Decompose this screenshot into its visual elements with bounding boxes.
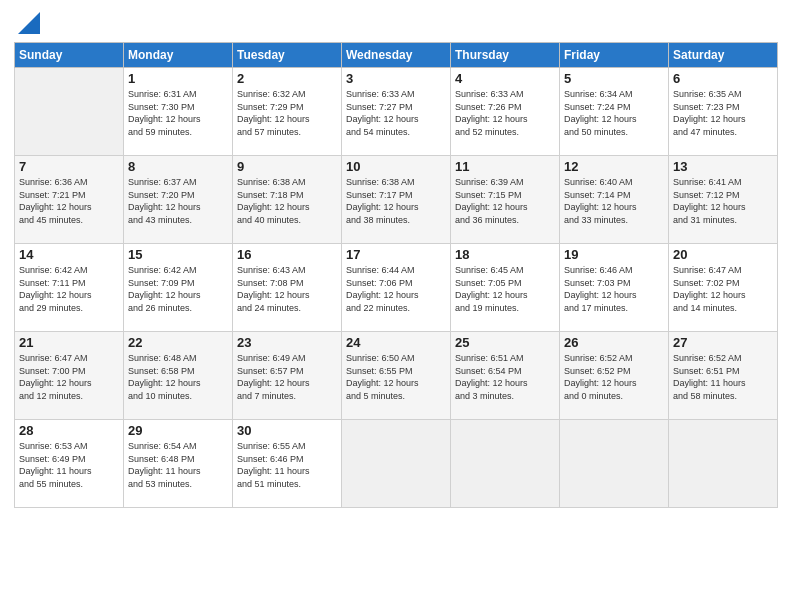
day-number: 29 — [128, 423, 228, 438]
calendar-cell: 4Sunrise: 6:33 AMSunset: 7:26 PMDaylight… — [451, 68, 560, 156]
day-info: Sunrise: 6:38 AMSunset: 7:18 PMDaylight:… — [237, 176, 337, 226]
calendar-cell: 26Sunrise: 6:52 AMSunset: 6:52 PMDayligh… — [560, 332, 669, 420]
calendar-cell: 17Sunrise: 6:44 AMSunset: 7:06 PMDayligh… — [342, 244, 451, 332]
day-info: Sunrise: 6:49 AMSunset: 6:57 PMDaylight:… — [237, 352, 337, 402]
day-number: 7 — [19, 159, 119, 174]
day-number: 3 — [346, 71, 446, 86]
day-info: Sunrise: 6:37 AMSunset: 7:20 PMDaylight:… — [128, 176, 228, 226]
header — [14, 10, 778, 34]
day-number: 24 — [346, 335, 446, 350]
calendar-cell: 3Sunrise: 6:33 AMSunset: 7:27 PMDaylight… — [342, 68, 451, 156]
day-number: 17 — [346, 247, 446, 262]
day-number: 12 — [564, 159, 664, 174]
calendar-cell: 27Sunrise: 6:52 AMSunset: 6:51 PMDayligh… — [669, 332, 778, 420]
page: SundayMondayTuesdayWednesdayThursdayFrid… — [0, 0, 792, 612]
day-info: Sunrise: 6:50 AMSunset: 6:55 PMDaylight:… — [346, 352, 446, 402]
day-number: 11 — [455, 159, 555, 174]
day-info: Sunrise: 6:47 AMSunset: 7:02 PMDaylight:… — [673, 264, 773, 314]
day-number: 21 — [19, 335, 119, 350]
day-info: Sunrise: 6:43 AMSunset: 7:08 PMDaylight:… — [237, 264, 337, 314]
calendar-cell: 30Sunrise: 6:55 AMSunset: 6:46 PMDayligh… — [233, 420, 342, 508]
calendar-cell: 2Sunrise: 6:32 AMSunset: 7:29 PMDaylight… — [233, 68, 342, 156]
day-number: 5 — [564, 71, 664, 86]
day-number: 2 — [237, 71, 337, 86]
day-info: Sunrise: 6:52 AMSunset: 6:52 PMDaylight:… — [564, 352, 664, 402]
week-row-1: 1Sunrise: 6:31 AMSunset: 7:30 PMDaylight… — [15, 68, 778, 156]
day-info: Sunrise: 6:33 AMSunset: 7:27 PMDaylight:… — [346, 88, 446, 138]
weekday-header-friday: Friday — [560, 43, 669, 68]
day-info: Sunrise: 6:42 AMSunset: 7:11 PMDaylight:… — [19, 264, 119, 314]
calendar-cell: 25Sunrise: 6:51 AMSunset: 6:54 PMDayligh… — [451, 332, 560, 420]
calendar-cell: 10Sunrise: 6:38 AMSunset: 7:17 PMDayligh… — [342, 156, 451, 244]
weekday-header-thursday: Thursday — [451, 43, 560, 68]
calendar-cell: 16Sunrise: 6:43 AMSunset: 7:08 PMDayligh… — [233, 244, 342, 332]
day-number: 6 — [673, 71, 773, 86]
calendar-cell: 7Sunrise: 6:36 AMSunset: 7:21 PMDaylight… — [15, 156, 124, 244]
day-info: Sunrise: 6:52 AMSunset: 6:51 PMDaylight:… — [673, 352, 773, 402]
calendar-cell: 23Sunrise: 6:49 AMSunset: 6:57 PMDayligh… — [233, 332, 342, 420]
day-number: 8 — [128, 159, 228, 174]
calendar-cell — [669, 420, 778, 508]
week-row-2: 7Sunrise: 6:36 AMSunset: 7:21 PMDaylight… — [15, 156, 778, 244]
day-info: Sunrise: 6:40 AMSunset: 7:14 PMDaylight:… — [564, 176, 664, 226]
weekday-header-row: SundayMondayTuesdayWednesdayThursdayFrid… — [15, 43, 778, 68]
day-info: Sunrise: 6:35 AMSunset: 7:23 PMDaylight:… — [673, 88, 773, 138]
day-info: Sunrise: 6:32 AMSunset: 7:29 PMDaylight:… — [237, 88, 337, 138]
day-info: Sunrise: 6:39 AMSunset: 7:15 PMDaylight:… — [455, 176, 555, 226]
day-info: Sunrise: 6:53 AMSunset: 6:49 PMDaylight:… — [19, 440, 119, 490]
day-info: Sunrise: 6:46 AMSunset: 7:03 PMDaylight:… — [564, 264, 664, 314]
day-number: 27 — [673, 335, 773, 350]
day-number: 30 — [237, 423, 337, 438]
weekday-header-saturday: Saturday — [669, 43, 778, 68]
day-info: Sunrise: 6:36 AMSunset: 7:21 PMDaylight:… — [19, 176, 119, 226]
logo — [14, 10, 40, 34]
day-number: 15 — [128, 247, 228, 262]
day-number: 1 — [128, 71, 228, 86]
day-info: Sunrise: 6:34 AMSunset: 7:24 PMDaylight:… — [564, 88, 664, 138]
day-number: 18 — [455, 247, 555, 262]
calendar-cell: 12Sunrise: 6:40 AMSunset: 7:14 PMDayligh… — [560, 156, 669, 244]
day-number: 19 — [564, 247, 664, 262]
calendar-cell: 24Sunrise: 6:50 AMSunset: 6:55 PMDayligh… — [342, 332, 451, 420]
calendar-cell: 20Sunrise: 6:47 AMSunset: 7:02 PMDayligh… — [669, 244, 778, 332]
day-number: 25 — [455, 335, 555, 350]
week-row-3: 14Sunrise: 6:42 AMSunset: 7:11 PMDayligh… — [15, 244, 778, 332]
weekday-header-wednesday: Wednesday — [342, 43, 451, 68]
day-number: 20 — [673, 247, 773, 262]
day-info: Sunrise: 6:47 AMSunset: 7:00 PMDaylight:… — [19, 352, 119, 402]
calendar-cell: 13Sunrise: 6:41 AMSunset: 7:12 PMDayligh… — [669, 156, 778, 244]
day-info: Sunrise: 6:33 AMSunset: 7:26 PMDaylight:… — [455, 88, 555, 138]
day-number: 16 — [237, 247, 337, 262]
calendar-cell: 19Sunrise: 6:46 AMSunset: 7:03 PMDayligh… — [560, 244, 669, 332]
day-info: Sunrise: 6:44 AMSunset: 7:06 PMDaylight:… — [346, 264, 446, 314]
calendar-cell: 8Sunrise: 6:37 AMSunset: 7:20 PMDaylight… — [124, 156, 233, 244]
weekday-header-tuesday: Tuesday — [233, 43, 342, 68]
calendar-cell: 5Sunrise: 6:34 AMSunset: 7:24 PMDaylight… — [560, 68, 669, 156]
week-row-4: 21Sunrise: 6:47 AMSunset: 7:00 PMDayligh… — [15, 332, 778, 420]
calendar-cell — [451, 420, 560, 508]
svg-marker-0 — [18, 12, 40, 34]
day-info: Sunrise: 6:45 AMSunset: 7:05 PMDaylight:… — [455, 264, 555, 314]
day-info: Sunrise: 6:54 AMSunset: 6:48 PMDaylight:… — [128, 440, 228, 490]
calendar-cell: 9Sunrise: 6:38 AMSunset: 7:18 PMDaylight… — [233, 156, 342, 244]
weekday-header-sunday: Sunday — [15, 43, 124, 68]
day-info: Sunrise: 6:41 AMSunset: 7:12 PMDaylight:… — [673, 176, 773, 226]
day-number: 10 — [346, 159, 446, 174]
calendar-cell: 18Sunrise: 6:45 AMSunset: 7:05 PMDayligh… — [451, 244, 560, 332]
logo-icon — [18, 12, 40, 34]
day-info: Sunrise: 6:38 AMSunset: 7:17 PMDaylight:… — [346, 176, 446, 226]
day-info: Sunrise: 6:31 AMSunset: 7:30 PMDaylight:… — [128, 88, 228, 138]
calendar-cell: 29Sunrise: 6:54 AMSunset: 6:48 PMDayligh… — [124, 420, 233, 508]
calendar-cell — [15, 68, 124, 156]
day-number: 26 — [564, 335, 664, 350]
day-number: 23 — [237, 335, 337, 350]
day-number: 4 — [455, 71, 555, 86]
day-number: 9 — [237, 159, 337, 174]
day-info: Sunrise: 6:48 AMSunset: 6:58 PMDaylight:… — [128, 352, 228, 402]
calendar-cell: 15Sunrise: 6:42 AMSunset: 7:09 PMDayligh… — [124, 244, 233, 332]
calendar-cell: 1Sunrise: 6:31 AMSunset: 7:30 PMDaylight… — [124, 68, 233, 156]
calendar-cell: 11Sunrise: 6:39 AMSunset: 7:15 PMDayligh… — [451, 156, 560, 244]
calendar-cell — [342, 420, 451, 508]
day-info: Sunrise: 6:42 AMSunset: 7:09 PMDaylight:… — [128, 264, 228, 314]
day-number: 22 — [128, 335, 228, 350]
